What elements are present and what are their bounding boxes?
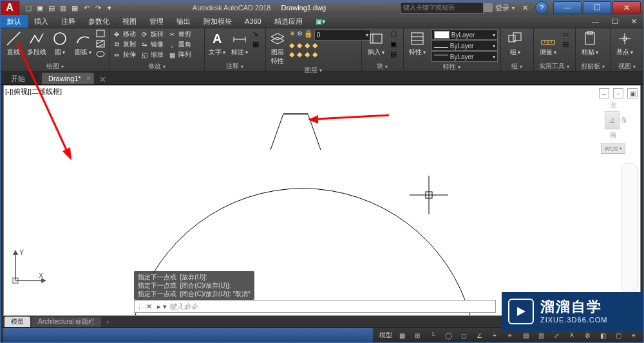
arc-button[interactable]: 圆弧▾	[73, 30, 93, 57]
paste-button[interactable]: 粘贴▾	[578, 30, 601, 57]
snap-icon[interactable]: ⊞	[412, 330, 423, 340]
rotate-button[interactable]: ⟳旋转	[140, 30, 164, 39]
basepoint-button[interactable]: 基点▾	[613, 30, 636, 57]
qat-new-icon[interactable]: ▢	[23, 3, 33, 13]
clean-icon[interactable]: ▢	[612, 330, 624, 340]
drawing-area[interactable]: [-][俯视][二维线框] – ▫ ▣ 北	[3, 85, 641, 316]
layer-tool2-icon[interactable]: ◆	[297, 41, 302, 50]
tab-manage[interactable]: 管理	[143, 15, 170, 28]
help-button[interactable]: ?	[535, 1, 548, 14]
tab-insert[interactable]: 插入	[28, 15, 55, 28]
measure-button[interactable]: 测量▾	[536, 30, 560, 57]
doc-close-icon[interactable]: ✕	[625, 15, 643, 28]
mirror-button[interactable]: ⇋镜像	[140, 40, 164, 49]
tab-view[interactable]: 视图	[116, 15, 143, 28]
custom-icon[interactable]: ≡	[628, 330, 639, 340]
viewcube-east[interactable]: 东	[621, 116, 627, 125]
line-button[interactable]: 直线	[3, 30, 24, 57]
search-input[interactable]: 键入关键字或短语	[400, 2, 484, 14]
login-button[interactable]: 登录 ▾	[484, 3, 515, 13]
layer-tool8-icon[interactable]: ◆	[312, 50, 317, 59]
layer-properties-button[interactable]: 图层 特性	[269, 30, 287, 66]
window-minimize-button[interactable]: —	[553, 1, 582, 14]
window-maximize-button[interactable]: ☐	[583, 1, 611, 14]
stretch-button[interactable]: ⇔拉伸	[112, 50, 136, 59]
group-button[interactable]: 组▾	[504, 30, 527, 57]
doc-max-icon[interactable]: ☐	[605, 15, 625, 28]
properties-button[interactable]: 特性▾	[406, 30, 429, 57]
scale-button[interactable]: ◱缩放	[140, 50, 164, 59]
polar-icon[interactable]: ◯	[442, 330, 454, 340]
copy-button[interactable]: ⧉复制	[112, 40, 136, 49]
window-close-button[interactable]: ✕	[612, 1, 641, 14]
calc-icon[interactable]: ▤	[562, 40, 573, 49]
app-menu-button[interactable]: A	[1, 1, 19, 15]
layer-tool4-icon[interactable]: ◆	[312, 41, 317, 50]
navigation-bar[interactable]	[621, 163, 638, 293]
tab-expand-icon[interactable]: ▣▾	[309, 15, 332, 28]
iso-icon[interactable]: ◧	[597, 330, 609, 340]
trim-button[interactable]: ✂修剪	[167, 30, 191, 39]
array-button[interactable]: ▦阵列	[167, 50, 191, 59]
bulb-icon[interactable]: ☀	[289, 30, 296, 41]
hatch-icon[interactable]	[96, 40, 106, 49]
wcs-dropdown[interactable]: WCS▾	[601, 144, 625, 154]
rectangle-icon[interactable]	[96, 30, 106, 39]
dimension-button[interactable]: 标注▾	[230, 30, 250, 57]
anno-icon[interactable]: Ａ	[566, 330, 578, 340]
text-button[interactable]: A 文字▾	[207, 30, 227, 57]
trans-icon[interactable]: ▤	[520, 330, 531, 340]
viewcube-south[interactable]: 南	[599, 131, 627, 140]
close-icon[interactable]: ✕	[86, 75, 91, 82]
tab-addins[interactable]: 附加模块	[197, 15, 238, 28]
tab-parametric[interactable]: 参数化	[82, 15, 116, 28]
dyn-icon[interactable]: +	[489, 330, 500, 340]
tab-featured[interactable]: 精选应用	[268, 15, 309, 28]
insert-block-button[interactable]: 插入▾	[365, 30, 388, 57]
cmd-clear-icon[interactable]: ✕	[144, 302, 155, 311]
leader-icon[interactable]: ↘	[252, 30, 263, 39]
grid-icon[interactable]: ▦	[396, 330, 408, 340]
qat-save-icon[interactable]: ▤	[46, 3, 57, 13]
layout-arch-tab[interactable]: Architectural 标题栏	[32, 317, 101, 327]
move-button[interactable]: ✥移动	[112, 30, 136, 39]
viewcube-north[interactable]: 北	[599, 101, 627, 110]
cmd-handle-icon[interactable]: ⋮	[135, 302, 144, 311]
layout-add-button[interactable]: +	[102, 319, 113, 326]
lineweight-dropdown[interactable]: ByLayer▾	[431, 41, 498, 51]
viewcube-top[interactable]: 上	[605, 111, 620, 129]
otrack-icon[interactable]: ∠	[473, 330, 485, 340]
linetype-dropdown[interactable]: ByLayer▾	[431, 51, 498, 62]
create-block-icon[interactable]: ▢	[390, 30, 401, 39]
new-tab-button[interactable]: ✕	[97, 74, 109, 84]
layer-tool1-icon[interactable]: ◆	[289, 41, 294, 50]
drawing-tab[interactable]: Drawing1*✕	[42, 73, 94, 84]
fillet-button[interactable]: ◟圆角	[167, 40, 191, 49]
attr-block-icon[interactable]: ▤	[390, 50, 401, 59]
tab-output[interactable]: 输出	[170, 15, 197, 28]
command-line[interactable]: ⋮ ✕ ▸▾ 键入命令	[134, 300, 496, 313]
freeze-icon[interactable]: ❄	[297, 30, 303, 41]
doc-min-icon[interactable]: —	[585, 15, 605, 28]
table-icon[interactable]: ▦	[252, 40, 263, 49]
circle-button[interactable]: 圆▾	[50, 30, 70, 57]
layer-tool7-icon[interactable]: ◆	[305, 50, 310, 59]
ws-icon[interactable]: ⚙	[582, 330, 593, 340]
ortho-icon[interactable]: └	[427, 330, 439, 340]
qat-undo-icon[interactable]: ↶	[81, 3, 91, 13]
tab-default[interactable]: 默认	[1, 15, 28, 28]
exchange-icon[interactable]: ✕	[520, 3, 530, 13]
qat-redo-icon[interactable]: ↷	[93, 3, 103, 13]
polyline-button[interactable]: 多段线	[26, 30, 47, 57]
layer-tool6-icon[interactable]: ◆	[297, 50, 302, 59]
ellipse-icon[interactable]	[96, 50, 106, 59]
osnap-icon[interactable]: ◻	[458, 330, 469, 340]
lock-icon[interactable]: 🔒	[304, 30, 313, 41]
viewcube[interactable]: 北 上 东 南 WCS▾	[599, 101, 627, 154]
qp-icon[interactable]: ▥	[535, 330, 547, 340]
qat-plot-icon[interactable]: ▦	[70, 3, 80, 13]
tab-annotate[interactable]: 注释	[55, 15, 82, 28]
status-model[interactable]: 模型	[379, 331, 392, 340]
sc-icon[interactable]: ⤢	[551, 330, 562, 340]
layer-tool5-icon[interactable]: ◆	[289, 50, 294, 59]
